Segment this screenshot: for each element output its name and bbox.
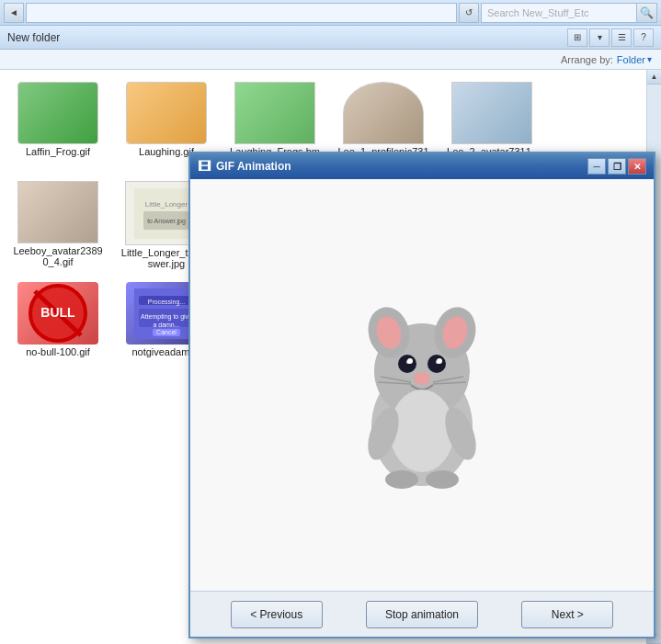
svg-point-72 (426, 470, 459, 489)
file-item-leeboy[interactable]: Leeboy_avatar23890_4.gif (7, 176, 108, 274)
svg-point-61 (406, 360, 410, 364)
stop-animation-button[interactable]: Stop animation (366, 601, 478, 628)
file-label: Leeboy_avatar23890_4.gif (12, 245, 104, 267)
svg-text:Attempting to give: Attempting to give (141, 313, 192, 321)
address-bar[interactable] (26, 3, 457, 23)
search-button[interactable]: 🔍 (637, 3, 657, 23)
file-thumbnail (234, 82, 315, 144)
view-btn-3[interactable]: ☰ (611, 28, 632, 47)
toolbar-row: New folder ⊞ ▾ ☰ ? (0, 26, 661, 50)
search-placeholder: Search New_Stuff_Etc (487, 7, 588, 18)
refresh-button[interactable]: ↺ (459, 3, 479, 23)
dialog-titlebar: 🎞 GIF Animation ─ ❐ ✕ (190, 153, 654, 179)
file-thumbnail (343, 82, 424, 144)
svg-point-68 (390, 390, 454, 472)
file-label: Laughing.gif (139, 146, 194, 157)
view-btn-2[interactable]: ▾ (589, 28, 610, 47)
svg-point-57 (398, 355, 416, 373)
svg-text:Processing...: Processing... (148, 299, 186, 306)
file-label: no-bull-100.gif (26, 346, 90, 357)
new-folder-label[interactable]: New folder (7, 31, 60, 44)
back-button[interactable]: ◄ (4, 3, 24, 23)
dialog-footer: < Previous Stop animation Next > (190, 591, 654, 637)
top-bar: ◄ ↺ Search New_Stuff_Etc 🔍 (0, 0, 661, 26)
scroll-up-button[interactable]: ▲ (647, 70, 662, 85)
file-item-no-bull[interactable]: BULL no-bull-100.gif (7, 277, 108, 362)
dialog-title-icon: 🎞 (198, 159, 211, 174)
svg-point-62 (436, 360, 439, 364)
dialog-restore-button[interactable]: ❐ (608, 158, 626, 175)
dialog-title-text: GIF Animation (216, 160, 587, 173)
dialog-minimize-button[interactable]: ─ (587, 158, 606, 175)
file-thumbnail (126, 82, 207, 144)
svg-point-71 (385, 470, 418, 489)
svg-text:Cancel: Cancel (156, 329, 177, 335)
dialog-close-button[interactable]: ✕ (628, 158, 646, 175)
dialog-content-area (190, 179, 654, 591)
mouse-animation-graphic (330, 270, 514, 500)
file-thumbnail (17, 82, 98, 144)
arrange-arrow-icon[interactable]: ▾ (647, 54, 652, 64)
arrange-value[interactable]: Folder (617, 54, 645, 65)
file-label: Laffin_Frog.gif (26, 146, 90, 157)
gif-animation-dialog: 🎞 GIF Animation ─ ❐ ✕ (188, 152, 655, 638)
svg-text:Little_Longer: Little_Longer (145, 200, 188, 209)
file-item-laffin-frog[interactable]: Laffin_Frog.gif (7, 77, 108, 173)
svg-text:BULL: BULL (40, 305, 75, 320)
toolbar-icons: ⊞ ▾ ☰ ? (567, 28, 654, 47)
svg-point-58 (427, 355, 446, 373)
previous-button[interactable]: < Previous (231, 601, 323, 628)
arrange-by-label: Arrange by: (561, 54, 613, 65)
svg-text:to Answer.jpg: to Answer.jpg (147, 218, 186, 225)
file-thumbnail: BULL (17, 282, 98, 345)
arrange-row: Arrange by: Folder ▾ (0, 50, 661, 70)
svg-point-63 (414, 372, 430, 385)
next-button[interactable]: Next > (521, 601, 613, 628)
file-thumbnail (17, 181, 98, 243)
svg-text:a damn...: a damn... (153, 322, 179, 328)
dialog-control-buttons: ─ ❐ ✕ (587, 158, 646, 175)
view-btn-1[interactable]: ⊞ (567, 28, 587, 47)
help-btn[interactable]: ? (633, 28, 654, 47)
file-thumbnail (451, 82, 532, 144)
search-box[interactable]: Search New_Stuff_Etc (481, 3, 637, 23)
